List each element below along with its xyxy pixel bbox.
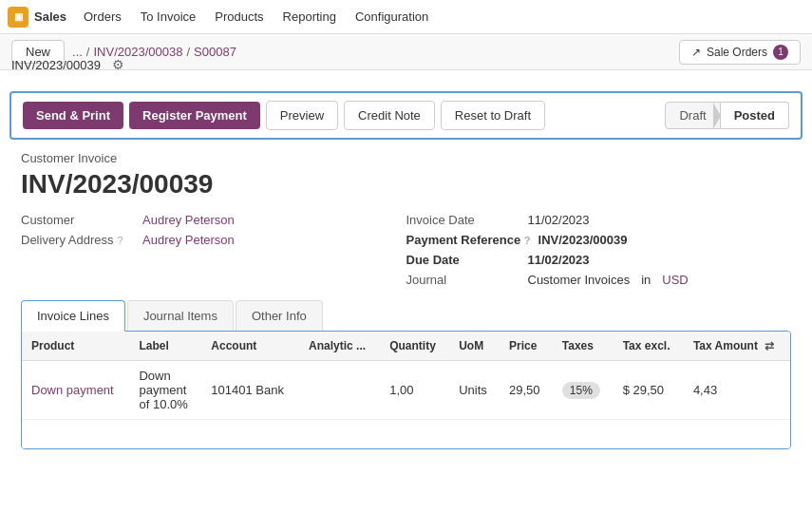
info-right: Invoice Date 11/02/2023 Payment Referenc… [406, 213, 792, 287]
nav-configuration[interactable]: Configuration [353, 6, 430, 28]
cell-account: 101401 Bank [201, 361, 299, 420]
breadcrumb-bar: New ... / INV/2023/00038 / S00087 INV/20… [0, 34, 812, 70]
label-line3: of 10.0% [139, 397, 187, 411]
invoice-date-label: Invoice Date [406, 213, 520, 227]
customer-label: Customer [21, 213, 135, 227]
invoice-date-row: Invoice Date 11/02/2023 [406, 213, 792, 227]
delivery-value[interactable]: Audrey Peterson [142, 233, 235, 247]
sale-orders-label: Sale Orders [707, 46, 767, 59]
app-logo[interactable]: ▣ Sales [8, 7, 66, 28]
delivery-help-icon: ? [117, 235, 123, 246]
status-bar: Draft Posted [665, 102, 789, 129]
currency-value[interactable]: USD [662, 273, 688, 287]
payment-ref-label: Payment Reference ? [406, 233, 531, 247]
invoice-number: INV/2023/00039 [21, 169, 791, 200]
nav-orders[interactable]: Orders [82, 6, 123, 28]
product-link[interactable]: Down payment [31, 383, 114, 397]
cell-analytic [299, 361, 380, 420]
breadcrumb-current-row: INV/2023/00039 ⚙ [11, 57, 124, 72]
register-payment-button[interactable]: Register Payment [129, 102, 260, 129]
tab-journal-items[interactable]: Journal Items [127, 300, 234, 331]
col-quantity: Quantity [380, 332, 449, 361]
cell-price: 29,50 [500, 361, 553, 420]
cell-label: Down payment of 10.0% [129, 361, 201, 420]
journal-row: Journal Customer Invoices in USD [406, 273, 792, 287]
breadcrumb-current: INV/2023/00039 [11, 58, 101, 72]
label-line2: payment [139, 383, 186, 397]
tab-other-info[interactable]: Other Info [236, 300, 323, 331]
top-navigation: ▣ Sales Orders To Invoice Products Repor… [0, 0, 812, 34]
app-name: Sales [34, 10, 66, 24]
table-header-row: Product Label Account Analytic ... Quant… [22, 332, 790, 361]
col-uom: UoM [449, 332, 500, 361]
sale-orders-count: 1 [773, 45, 788, 60]
col-price: Price [500, 332, 553, 361]
cell-quantity: 1,00 [380, 361, 449, 420]
invoice-lines-table-container: Product Label Account Analytic ... Quant… [21, 331, 791, 449]
col-tax-excl: Tax excl. [614, 332, 684, 361]
nav-products[interactable]: Products [213, 6, 265, 28]
cell-tax-excl: $ 29,50 [614, 361, 684, 420]
invoice-info-grid: Customer Audrey Peterson Delivery Addres… [21, 213, 791, 287]
cell-product: Down payment [22, 361, 129, 420]
sale-orders-button[interactable]: ↗ Sale Orders 1 [679, 40, 801, 65]
table-row: Down payment Down payment of 10.0% 10140… [22, 361, 790, 420]
customer-value[interactable]: Audrey Peterson [142, 213, 235, 227]
customer-row: Customer Audrey Peterson [21, 213, 406, 227]
col-analytic: Analytic ... [299, 332, 380, 361]
payment-ref-help-icon: ? [524, 235, 531, 246]
info-left: Customer Audrey Peterson Delivery Addres… [21, 213, 406, 287]
external-link-icon: ↗ [691, 46, 701, 59]
main-content: Customer Invoice INV/2023/00039 Customer… [0, 140, 812, 461]
col-tax-amount: Tax Amount ⇄ [684, 332, 790, 361]
nav-to-invoice[interactable]: To Invoice [139, 6, 198, 28]
table-footer-cell [22, 420, 790, 448]
invoice-tabs: Invoice Lines Journal Items Other Info [21, 300, 791, 331]
breadcrumb-sep-2: / [186, 45, 190, 59]
invoice-date-value: 11/02/2023 [528, 213, 590, 227]
payment-ref-row: Payment Reference ? INV/2023/00039 [406, 233, 792, 247]
journal-value: Customer Invoices [528, 273, 631, 287]
due-date-row: Due Date 11/02/2023 [406, 253, 792, 267]
status-posted: Posted [721, 102, 789, 129]
journal-label: Journal [406, 273, 520, 287]
cell-tax-amount: 4,43 [684, 361, 790, 420]
delivery-label: Delivery Address ? [21, 233, 135, 247]
preview-button[interactable]: Preview [266, 101, 338, 130]
col-label: Label [129, 332, 201, 361]
currency-in: in [641, 273, 651, 287]
credit-note-button[interactable]: Credit Note [344, 101, 435, 130]
delivery-row: Delivery Address ? Audrey Peterson [21, 233, 406, 247]
col-account: Account [201, 332, 299, 361]
col-taxes: Taxes [553, 332, 614, 361]
due-date-value: 11/02/2023 [528, 253, 590, 267]
nav-reporting[interactable]: Reporting [281, 6, 338, 28]
send-print-button[interactable]: Send & Print [23, 102, 123, 129]
payment-ref-value: INV/2023/00039 [538, 233, 628, 247]
settings-gear-icon[interactable]: ⚙ [112, 57, 124, 72]
reset-to-draft-button[interactable]: Reset to Draft [441, 101, 545, 130]
col-settings-icon[interactable]: ⇄ [765, 339, 774, 352]
invoice-lines-table: Product Label Account Analytic ... Quant… [22, 332, 790, 448]
tab-invoice-lines[interactable]: Invoice Lines [21, 300, 125, 332]
due-date-label: Due Date [406, 253, 520, 267]
cell-uom: Units [449, 361, 500, 420]
action-bar: Send & Print Register Payment Preview Cr… [9, 91, 803, 140]
tax-badge: 15% [562, 382, 600, 399]
breadcrumb-link-sale[interactable]: S00087 [194, 45, 236, 59]
invoice-type-label: Customer Invoice [21, 151, 791, 165]
table-footer-row [22, 420, 790, 448]
logo-icon: ▣ [8, 7, 28, 28]
label-line1: Down [139, 369, 170, 383]
col-product: Product [22, 332, 129, 361]
cell-tax: 15% [553, 361, 614, 420]
